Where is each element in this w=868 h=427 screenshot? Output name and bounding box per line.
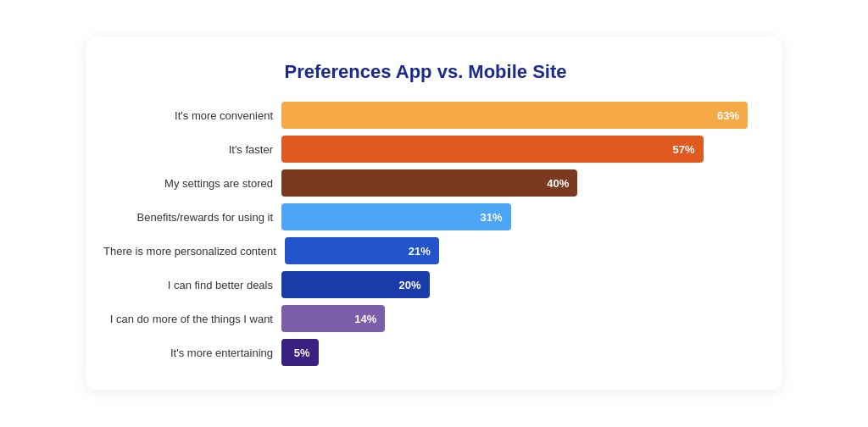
bar: 14% xyxy=(281,305,385,332)
chart-row: There is more personalized content21% xyxy=(103,237,748,264)
bar: 40% xyxy=(281,169,577,197)
bar-label-text: I can do more of the things I want xyxy=(103,313,273,325)
bar-label-text: It's faster xyxy=(103,143,273,156)
bar-value-label: 14% xyxy=(354,313,376,325)
bar-value-label: 5% xyxy=(294,347,310,359)
bar-wrapper: 14% xyxy=(281,305,748,332)
bar-label-text: It's more convenient xyxy=(103,109,273,122)
bar-label-text: Benefits/rewards for using it xyxy=(103,211,273,224)
chart-row: It's more convenient63% xyxy=(103,102,748,129)
bar-wrapper: 21% xyxy=(285,237,748,264)
chart-row: I can find better deals20% xyxy=(103,271,748,298)
bar-wrapper: 5% xyxy=(281,339,748,366)
chart-title: Preferences App vs. Mobile Site xyxy=(103,61,748,83)
bar: 63% xyxy=(281,102,748,129)
bar-label-text: There is more personalized content xyxy=(103,245,276,258)
bar-label-text: My settings are stored xyxy=(103,177,273,190)
bar-wrapper: 20% xyxy=(281,271,748,298)
bar-wrapper: 63% xyxy=(281,102,748,129)
bar: 21% xyxy=(285,237,439,264)
bar-value-label: 63% xyxy=(717,109,739,122)
bar-value-label: 21% xyxy=(409,245,431,258)
bar-value-label: 31% xyxy=(481,211,503,224)
bar-label-text: I can find better deals xyxy=(103,279,273,291)
bar-wrapper: 57% xyxy=(281,136,748,163)
bar: 31% xyxy=(281,203,511,230)
chart-body: It's more convenient63%It's faster57%My … xyxy=(103,102,748,366)
bar: 20% xyxy=(281,271,430,298)
chart-row: My settings are stored40% xyxy=(103,169,748,197)
chart-row: It's more entertaining5% xyxy=(103,339,748,366)
bar-label-text: It's more entertaining xyxy=(103,347,273,359)
bar: 5% xyxy=(281,339,319,366)
chart-row: I can do more of the things I want14% xyxy=(103,305,748,332)
bar-value-label: 20% xyxy=(399,279,421,291)
bar-wrapper: 31% xyxy=(281,203,748,230)
chart-container: Preferences App vs. Mobile Site It's mor… xyxy=(86,37,782,390)
chart-row: It's faster57% xyxy=(103,136,748,163)
bar: 57% xyxy=(281,136,704,163)
bar-wrapper: 40% xyxy=(281,169,748,197)
chart-row: Benefits/rewards for using it31% xyxy=(103,203,748,230)
bar-value-label: 57% xyxy=(673,143,695,156)
bar-value-label: 40% xyxy=(547,177,569,190)
